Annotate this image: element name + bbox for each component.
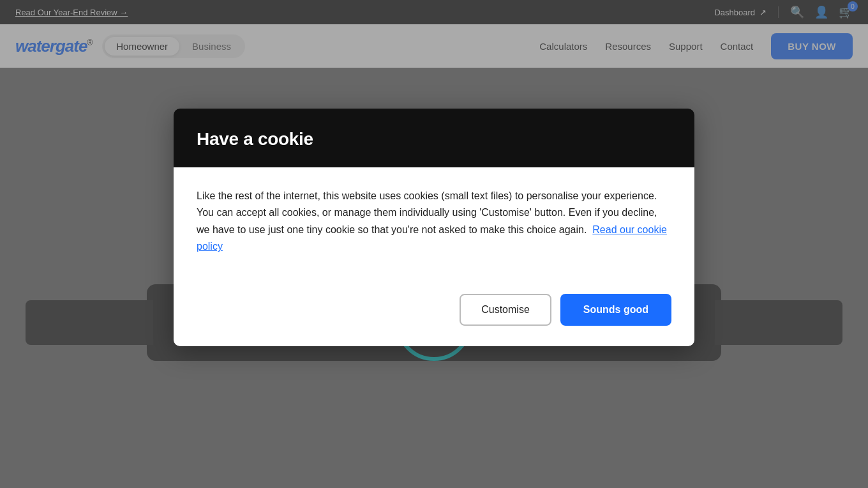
modal-backdrop: Have a cookie Like the rest of the inter…: [0, 0, 868, 488]
sounds-good-button[interactable]: Sounds good: [560, 294, 671, 326]
cookie-actions: Customise Sounds good: [174, 278, 694, 346]
cookie-body: Like the rest of the internet, this webs…: [174, 167, 694, 278]
cookie-title: Have a cookie: [197, 129, 671, 149]
cookie-text: Like the rest of the internet, this webs…: [197, 188, 671, 255]
cookie-header: Have a cookie: [174, 109, 694, 167]
customise-button[interactable]: Customise: [460, 294, 551, 326]
cookie-modal: Have a cookie Like the rest of the inter…: [174, 109, 694, 346]
